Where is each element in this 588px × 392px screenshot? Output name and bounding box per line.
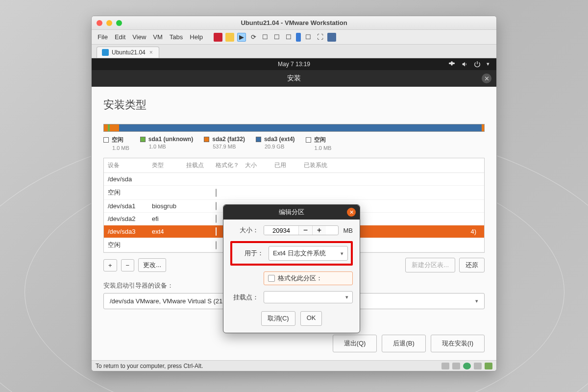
install-button[interactable]: 现在安装(I) [431,335,485,352]
legend-swatch-icon [103,137,109,143]
toolbar-poweroff-icon[interactable] [214,33,222,42]
installer-close-button[interactable]: ✕ [482,74,491,83]
ok-button[interactable]: OK [300,311,322,326]
format-checkbox[interactable] [216,241,217,249]
format-partition-checkbox[interactable] [268,275,275,282]
use-as-select[interactable]: Ext4 日志文件系统 ▾ [269,246,348,261]
disk-seg-sda2 [110,124,119,131]
document-tab-label: Ubuntu21.04 [112,49,146,56]
disk-seg-sda3 [119,124,482,131]
use-label: 用于： [235,249,264,258]
col-size[interactable]: 大小 [245,161,274,170]
vmware-window: Ubuntu21.04 - VMware Workstation File Ed… [91,16,497,371]
disk-seg-free2 [482,124,484,131]
gnome-top-bar: May 7 13:19 ▾ [92,58,496,70]
status-cd-icon[interactable] [452,363,460,369]
legend-item-sda1: sda1 (unknown) 1.0 MB [140,136,193,151]
installer-body: 安装类型 空闲 1.0 MB sda1 (unknown) 1.0 MB [92,87,496,360]
partition-row[interactable]: /dev/sda [104,173,484,186]
installer-title: 安装 [287,74,301,83]
size-unit: MB [343,227,353,234]
format-label: 格式化此分区： [278,274,322,283]
toolbar-unity-icon[interactable]: ☐ [304,33,313,42]
toolbar-snapshot-icon[interactable]: ☐ [261,33,270,42]
col-type[interactable]: 类型 [152,161,186,170]
format-checkbox[interactable] [216,227,217,236]
partition-row[interactable]: 空闲 [104,186,484,200]
size-input[interactable] [264,226,298,235]
installer-titlebar: 安装 ✕ [92,70,496,87]
legend-item-sda2: sda2 (fat32) 537.9 MB [204,136,245,151]
quit-button[interactable]: 退出(Q) [333,335,377,352]
legend-swatch-icon [204,137,209,142]
tab-close-icon[interactable]: × [148,49,154,56]
format-checkbox[interactable] [216,215,217,223]
col-used[interactable]: 已用 [274,161,304,170]
toolbar-cycle-icon[interactable]: ⟳ [249,33,258,42]
remove-partition-button[interactable]: − [121,259,135,271]
monitor-icon [102,49,109,56]
toolbar-snapshot-rev-icon[interactable]: ☐ [284,33,293,42]
size-label: 大小： [230,226,259,235]
dialog-title: 编辑分区 [279,208,304,217]
chevron-down-icon: ▾ [475,298,478,304]
mount-point-select[interactable]: ▾ [264,291,353,303]
host-menubar: File Edit View VM Tabs Help ▶ ⟳ ☐ ☐ ☐ ☐ … [92,30,496,45]
menu-view[interactable]: View [132,33,146,41]
document-tab-ubuntu[interactable]: Ubuntu21.04 × [97,47,159,58]
edit-partition-dialog: 编辑分区 ✕ 大小： − + MB [223,204,360,333]
bootloader-value: /dev/sda VMware, VMware Virtual S (21.5 … [110,297,241,305]
col-format[interactable]: 格式化？ [216,161,245,170]
disk-usage-bar [103,124,485,132]
new-table-button[interactable]: 新建分区表... [405,258,455,272]
status-net-icon[interactable] [463,363,471,369]
disk-seg-free1 [104,124,108,131]
page-heading: 安装类型 [103,98,485,112]
menu-tabs[interactable]: Tabs [170,33,183,41]
document-tabs: Ubuntu21.04 × [92,45,496,58]
revert-button[interactable]: 还原 [459,258,485,272]
toolbar-split-icon[interactable] [296,33,301,42]
dialog-close-button[interactable]: ✕ [347,208,356,217]
toolbar-snapshot-mgr-icon[interactable]: ☐ [272,33,281,42]
toolbar-fullscreen-icon[interactable]: ⛶ [316,33,324,42]
legend-item-free2: 空闲 1.0 MB [306,136,332,151]
format-checkbox[interactable] [216,189,217,197]
status-usb-icon[interactable] [474,363,482,369]
chevron-down-icon: ▾ [345,294,348,300]
back-button[interactable]: 后退(B) [382,335,425,352]
highlight-use-as: 用于： Ext4 日志文件系统 ▾ [230,241,353,266]
disk-legend: 空闲 1.0 MB sda1 (unknown) 1.0 MB sda2 (fa… [103,136,485,151]
status-hdd-icon[interactable] [441,363,449,369]
menu-vm[interactable]: VM [153,33,163,41]
col-system[interactable]: 已装系统 [304,161,480,170]
menu-edit[interactable]: Edit [115,33,125,41]
host-statusbar: To return to your computer, press Ctrl-A… [92,360,496,371]
menu-help[interactable]: Help [190,33,203,41]
col-device[interactable]: 设备 [108,161,152,170]
format-row[interactable]: 格式化此分区： [264,271,353,285]
status-sound-icon[interactable] [485,363,492,369]
col-mountpoint[interactable]: 挂载点 [186,161,216,170]
use-as-value: Ext4 日志文件系统 [273,249,326,258]
gnome-clock[interactable]: May 7 13:19 [92,61,496,68]
toolbar-play-icon[interactable]: ▶ [237,33,246,42]
mount-label: 挂载点： [230,293,259,302]
add-partition-button[interactable]: + [103,259,117,271]
toolbar-pause-icon[interactable] [225,33,234,42]
change-partition-button[interactable]: 更改... [138,258,166,272]
host-titlebar: Ubuntu21.04 - VMware Workstation [92,16,496,30]
size-stepper[interactable]: − + [264,225,339,235]
size-minus-button[interactable]: − [298,226,312,235]
legend-swatch-icon [256,137,261,142]
toolbar-screenshot-icon[interactable] [327,33,336,42]
legend-swatch-icon [306,137,311,143]
format-checkbox[interactable] [216,202,217,210]
legend-swatch-icon [140,137,146,142]
cancel-button[interactable]: 取消(C) [261,311,295,326]
chevron-down-icon: ▾ [341,250,343,257]
guest-screen: May 7 13:19 ▾ 安装 ✕ 安装类型 [92,58,496,360]
size-plus-button[interactable]: + [312,226,326,235]
menu-file[interactable]: File [98,33,108,41]
status-text: To return to your computer, press Ctrl-A… [96,363,203,369]
